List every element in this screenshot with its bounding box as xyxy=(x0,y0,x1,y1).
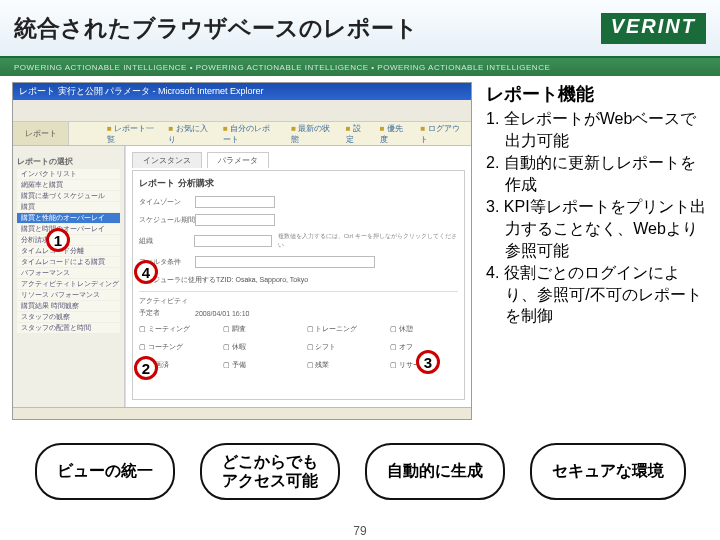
nav-item[interactable]: レポート一覧 xyxy=(107,123,154,145)
tree-item[interactable]: リソース パフォーマンス xyxy=(17,290,120,300)
callout-2: 2 xyxy=(134,356,158,380)
callout-3: 3 xyxy=(416,350,440,374)
tree-group[interactable]: パフォーマンス xyxy=(17,268,120,278)
tab-parameter[interactable]: パラメータ xyxy=(207,152,269,168)
tree-item[interactable]: スタッフの観察 xyxy=(17,312,120,322)
tree-item-active[interactable]: 購買と性能のオーバーレイ xyxy=(17,213,120,223)
app-side-tab[interactable]: レポート xyxy=(13,122,69,145)
tree-item[interactable]: タイムレコードによる購買 xyxy=(17,257,120,267)
activity-grid: ミーティング 調査 トレーニング 休憩 コーチング 休暇 シフト オフ 計画済 … xyxy=(139,324,458,370)
app-nav: レポート一覧 お気に入り 自分のレポート 最新の状態 設定 優先度 ログアウト xyxy=(97,122,471,145)
oval-access: どこからでも アクセス可能 xyxy=(200,443,340,500)
field-label: 組織 xyxy=(139,236,194,246)
tagline-strip: POWERING ACTIONABLE INTELLIGENCE • POWER… xyxy=(0,58,720,76)
tree-item[interactable]: 購買と時間のオーバーレイ xyxy=(17,224,120,234)
tree-item[interactable]: 購買 xyxy=(17,202,120,212)
feature-item: 1. 全レポートがWebベースで出力可能 xyxy=(486,108,708,151)
brand-logo: VERINT xyxy=(601,13,706,44)
timezone-select[interactable] xyxy=(195,196,275,208)
activity-checkbox[interactable]: 予備 xyxy=(223,360,291,370)
tree-item[interactable]: アクティビティトレンディング xyxy=(17,279,120,289)
date-label: 予定者 xyxy=(139,308,195,318)
nav-item[interactable]: 優先度 xyxy=(380,123,407,145)
activity-checkbox[interactable]: コーチング xyxy=(139,342,207,352)
field-label: スケジュール期間 xyxy=(139,215,195,225)
main-tabs: インスタンス パラメータ xyxy=(132,152,465,170)
feature-text: レポート機能 1. 全レポートがWebベースで出力可能 2. 自動的に更新しレポ… xyxy=(472,82,708,420)
nav-item[interactable]: ログアウト xyxy=(420,123,461,145)
field-hint: 複数値を入力するには、Ctrl キーを押しながらクリックしてください xyxy=(278,232,458,250)
title-bar: 統合されたブラウザベースのレポート VERINT xyxy=(0,0,720,58)
activity-checkbox[interactable]: 休憩 xyxy=(390,324,458,334)
tree-item[interactable]: タイムレコード分離 xyxy=(17,246,120,256)
feature-item: 2. 自動的に更新しレポートを作成 xyxy=(486,152,708,195)
summary-ovals: ビューの統一 どこからでも アクセス可能 自動的に生成 セキュアな環境 xyxy=(0,443,720,500)
scheduler-note: スケジューラに使用するTZID: Osaka, Sapporo, Tokyo xyxy=(139,274,458,285)
activity-checkbox[interactable]: 休暇 xyxy=(223,342,291,352)
browser-titlebar: レポート 実行と公開 パラメータ - Microsoft Internet Ex… xyxy=(13,83,471,100)
filter-input[interactable] xyxy=(195,256,375,268)
oval-auto: 自動的に生成 xyxy=(365,443,505,500)
date-value: 2008/04/01 16:10 xyxy=(195,310,250,317)
app-header: レポート レポート一覧 お気に入り 自分のレポート 最新の状態 設定 優先度 ロ… xyxy=(13,122,471,146)
tree-group[interactable]: 購買に基づくスケジュール xyxy=(17,191,120,201)
browser-statusbar xyxy=(13,407,471,419)
activity-checkbox[interactable]: 調査 xyxy=(223,324,291,334)
nav-item[interactable]: お気に入り xyxy=(168,123,209,145)
activity-checkbox[interactable]: 残業 xyxy=(307,360,375,370)
tree-group[interactable]: 購買結果 時間観察 xyxy=(17,301,120,311)
tree-group[interactable]: インパクトリスト xyxy=(17,169,120,179)
tree-item[interactable]: スタッフの配置と時間 xyxy=(17,323,120,333)
form-panel: レポート 分析購求 タイムゾーン スケジュール期間 組織複数値を入力するには、C… xyxy=(132,170,465,400)
tab-instance[interactable]: インスタンス xyxy=(132,152,202,168)
activity-label: アクティビティ xyxy=(139,296,458,306)
tree-heading: レポートの選択 xyxy=(17,156,120,167)
period-select[interactable] xyxy=(195,214,275,226)
feature-heading: レポート機能 xyxy=(486,82,708,106)
slide-title: 統合されたブラウザベースのレポート xyxy=(14,13,418,44)
oval-secure: セキュアな環境 xyxy=(530,443,686,500)
oval-unified-view: ビューの統一 xyxy=(35,443,175,500)
callout-1: 1 xyxy=(46,228,70,252)
nav-item[interactable]: 最新の状態 xyxy=(291,123,332,145)
activity-checkbox[interactable]: ミーティング xyxy=(139,324,207,334)
org-select[interactable] xyxy=(194,235,272,247)
field-label: タイムゾーン xyxy=(139,197,195,207)
page-number: 79 xyxy=(353,524,366,538)
nav-item[interactable]: 設定 xyxy=(346,123,366,145)
browser-toolbar xyxy=(13,100,471,122)
left-tree: レポートの選択 インパクトリスト 網羅率と購買 購買に基づくスケジュール 購買 … xyxy=(13,146,125,407)
feature-item: 3. KPI等レポートをプリント出力することなく、Webより参照可能 xyxy=(486,196,708,261)
activity-checkbox[interactable]: トレーニング xyxy=(307,324,375,334)
callout-4: 4 xyxy=(134,260,158,284)
nav-item[interactable]: 自分のレポート xyxy=(223,123,277,145)
tree-item[interactable]: 網羅率と購買 xyxy=(17,180,120,190)
feature-item: 4. 役割ごとのログインにより、参照可/不可のレポートを制御 xyxy=(486,262,708,327)
activity-checkbox[interactable]: シフト xyxy=(307,342,375,352)
panel-heading: レポート 分析購求 xyxy=(139,177,214,190)
embedded-screenshot: レポート 実行と公開 パラメータ - Microsoft Internet Ex… xyxy=(12,82,472,420)
